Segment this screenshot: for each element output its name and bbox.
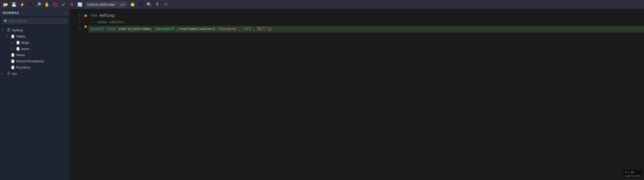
filter-box: 🔍 [0,17,70,26]
str-123: '123' [241,27,253,31]
views-label: Views [16,53,68,57]
tree-item-users[interactable]: ▸ 📋 users [0,46,70,52]
sidebar-toggle-icon[interactable]: ↔ [64,11,67,15]
myblog-label: myblog [12,28,68,32]
code-line-1: use myblog; [90,12,642,19]
kw-into: into [107,27,116,31]
line2-comment: -- show tables; [90,20,125,25]
stored-procedures-icon: 📋 [10,59,15,63]
code-lines[interactable]: use myblog; -- show tables; insert into … [88,9,644,180]
functions-icon: 📋 [10,65,15,69]
myblog-db-icon: 🗄 [6,28,11,32]
users-icon: 📋 [15,47,20,51]
sys-db-icon: 🗄 [6,71,11,76]
blogs-chevron: ▸ [11,41,14,44]
tree-item-views[interactable]: 📋 Views [0,52,70,58]
backtick-password: `password` [153,27,176,31]
tree-item-stored-procedures[interactable]: 📋 Stored Procedures [0,58,70,64]
magnify-icon[interactable]: 🔍 [146,1,153,8]
paragraph-icon[interactable]: ¶ [154,1,161,8]
main-layout: SCHEMAS ↔ 🔍 ▾ 🗄 myblog ▾ 📋 Tables [0,9,644,180]
error-icon[interactable]: 🚫 [52,1,59,8]
filter-search-icon: 🔍 [4,19,8,23]
sidebar: SCHEMAS ↔ 🔍 ▾ 🗄 myblog ▾ 📋 Tables [0,9,70,180]
execute-icon[interactable]: 🗝 [27,1,34,8]
tables-icon: 📋 [10,34,15,38]
tree-item-sys[interactable]: ▸ 🗄 sys [0,70,70,77]
sys-label: sys [12,72,68,76]
code-line-2: -- show tables; [90,19,642,26]
tables-label: Tables [16,34,68,38]
filter-input[interactable] [9,19,66,23]
breakpoint-1 [84,14,87,17]
limit-select-arrow: ▲▼ [120,3,125,6]
tag-icon[interactable]: 🏷 [137,1,144,8]
limit-select-wrapper[interactable]: Limit to 1000 rowsDon't LimitLimit to 20… [86,2,127,7]
lightning-icon[interactable]: ⚡ [19,1,26,8]
breakpoint-col [83,9,88,180]
cancel-icon[interactable]: ✖ [68,1,75,8]
line1-rest: myblog; [97,13,116,18]
code-line-3: insert into users(username,`password`,re… [88,26,644,33]
star-icon[interactable]: ⭐ [129,1,136,8]
tree-item-functions[interactable]: 📋 Functions [0,64,70,70]
blogs-label: blogs [21,41,68,44]
limit-select[interactable]: Limit to 1000 rowsDon't LimitLimit to 20… [87,3,119,6]
tree-item-myblog[interactable]: ▾ 🗄 myblog [0,27,70,33]
myblog-chevron: ▾ [2,29,5,32]
check-icon[interactable]: ✔ [60,1,67,8]
filter-input-wrapper: 🔍 [2,18,68,24]
save-icon[interactable]: 💾 [10,1,18,8]
tree-item-blogs[interactable]: ▸ 📋 blogs [0,39,70,46]
stored-procedures-label: Stored Procedures [16,59,68,63]
tables-chevron: ▾ [6,35,9,38]
functions-label: Functions [16,65,68,69]
breakpoint-3 [84,25,87,28]
users-label: users [21,47,68,51]
open-folder-icon[interactable]: 📂 [2,1,9,8]
sidebar-header: SCHEMAS ↔ [0,9,70,17]
toolbar: 📂 💾 ⚡ 🗝 🔎 ✋ 🚫 ✔ ✖ 🔄 Limit to 1000 rowsDo… [0,0,644,9]
sys-chevron: ▸ [2,72,5,75]
users-chevron: ▸ [11,47,14,50]
views-icon: 📋 [10,53,15,57]
schema-tree: ▾ 🗄 myblog ▾ 📋 Tables ▸ 📋 blogs ▸ 📋 user… [0,26,70,180]
refresh-icon[interactable]: 🔄 [76,1,84,8]
line-numbers: 1 2 3 [70,9,83,180]
code-editor[interactable]: 1 2 3 use myblog; -- show tables; insert… [70,9,644,180]
kw-insert: insert [90,27,104,31]
tree-item-tables[interactable]: ▾ 📋 Tables [0,33,70,39]
kw-use: use [90,13,97,18]
wrap-icon[interactable]: ⏎ [162,1,169,8]
str-zhangsan: 'zhangsan' [216,27,239,31]
stop-icon[interactable]: ✋ [43,1,51,8]
blogs-icon: 📋 [15,40,20,44]
sidebar-title: SCHEMAS [3,11,19,15]
search-icon[interactable]: 🔎 [35,1,42,8]
str-zhangsan-cn: '张三' [255,27,268,31]
editor-area: 1 2 3 use myblog; -- show tables; insert… [70,9,644,180]
